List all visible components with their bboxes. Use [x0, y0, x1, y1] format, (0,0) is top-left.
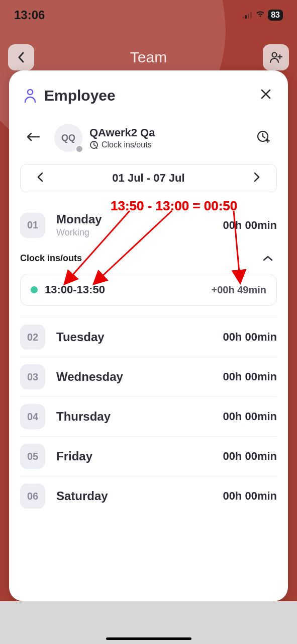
day-duration: 00h 00min	[223, 490, 277, 503]
day-number: 04	[20, 404, 45, 429]
chevron-right-icon	[253, 172, 260, 182]
battery-level: 83	[268, 10, 283, 21]
day-number: 02	[20, 325, 45, 350]
add-user-button[interactable]	[263, 44, 289, 70]
status-dot	[75, 145, 83, 153]
day-duration: 00h 00min	[223, 370, 277, 383]
page-title: Team	[130, 49, 167, 66]
status-dot-green	[31, 286, 38, 293]
svg-point-1	[28, 90, 33, 95]
avatar-initials: QQ	[61, 133, 75, 143]
collapse-button[interactable]	[259, 251, 277, 266]
day-name: Saturday	[56, 489, 223, 503]
clock-section-title: Clock ins/outs	[20, 253, 82, 264]
clock-duration: +00h 49min	[211, 284, 266, 296]
day-row[interactable]: 04 Thursday 00h 00min	[20, 396, 277, 436]
sheet-title: Employee	[44, 87, 116, 104]
wifi-icon	[256, 11, 265, 20]
prev-week-button[interactable]	[33, 170, 48, 187]
avatar: QQ	[54, 124, 82, 152]
day-name: Thursday	[56, 410, 223, 424]
day-number: 05	[20, 444, 45, 469]
close-icon	[260, 88, 272, 100]
add-time-button[interactable]	[253, 126, 274, 149]
clock-section-header[interactable]: Clock ins/outs	[9, 245, 288, 271]
annotation-text: 13:50 - 13:00 = 00:50	[111, 198, 237, 214]
profile-back-button[interactable]	[23, 128, 43, 148]
employee-icon	[23, 88, 37, 103]
day-row[interactable]: 03 Wednesday 00h 00min	[20, 357, 277, 396]
day-name: Tuesday	[56, 330, 223, 344]
profile-subtitle: Clock ins/outs	[102, 140, 152, 149]
status-bar: 13:06 83	[0, 0, 297, 30]
profile-row: QQ QAwerk2 Qa Clock ins/outs	[9, 118, 288, 161]
day-status: Working	[56, 227, 223, 238]
clock-range: 13:00-13:50	[45, 283, 211, 296]
day-duration: 00h 00min	[223, 450, 277, 463]
day-name: Wednesday	[56, 370, 223, 384]
day-name: Friday	[56, 449, 223, 463]
back-button[interactable]	[8, 44, 34, 70]
day-number: 01	[20, 213, 45, 238]
day-number: 03	[20, 364, 45, 389]
add-user-icon	[269, 51, 283, 64]
employee-sheet: Employee QQ QAwerk2 Qa Clock ins/outs	[9, 70, 288, 601]
close-button[interactable]	[258, 86, 274, 106]
clock-plus-icon	[256, 129, 271, 144]
date-range-selector: 01 Jul - 07 Jul	[20, 164, 277, 192]
chevron-up-icon	[263, 255, 273, 261]
day-row[interactable]: 05 Friday 00h 00min	[20, 436, 277, 476]
clock-icon	[89, 140, 98, 149]
employee-name: QAwerk2 Qa	[89, 126, 246, 139]
day-row[interactable]: 06 Saturday 00h 00min	[20, 476, 277, 516]
status-right: 83	[243, 10, 283, 21]
day-name: Monday	[56, 212, 223, 226]
svg-point-0	[272, 53, 276, 57]
day-row[interactable]: 02 Tuesday 00h 00min	[20, 317, 277, 357]
top-nav: Team	[0, 44, 297, 70]
signal-icon	[243, 12, 253, 19]
chevron-left-icon	[37, 172, 44, 182]
home-indicator	[106, 637, 191, 640]
arrow-left-icon	[26, 132, 40, 142]
day-number: 06	[20, 484, 45, 509]
date-range: 01 Jul - 07 Jul	[112, 172, 184, 185]
day-duration: 00h 00min	[223, 410, 277, 423]
day-duration: 00h 00min	[223, 331, 277, 344]
status-time: 13:06	[14, 8, 45, 22]
next-week-button[interactable]	[249, 170, 264, 187]
chevron-left-icon	[17, 52, 25, 63]
day-duration: 00h 00min	[223, 219, 277, 232]
clock-entry[interactable]: 13:00-13:50 +00h 49min	[20, 274, 277, 306]
